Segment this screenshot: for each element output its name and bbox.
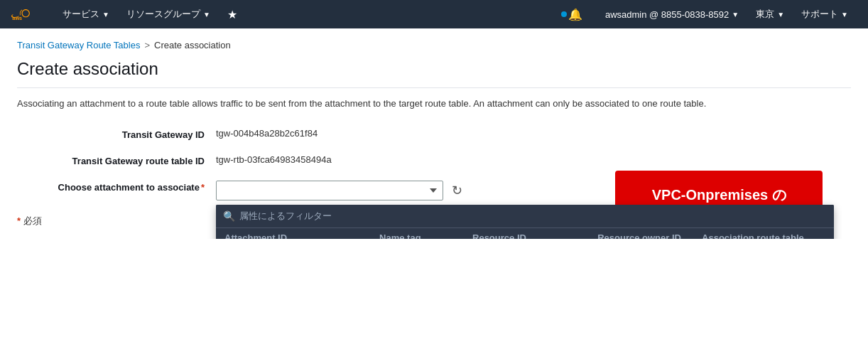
form-section: Transit Gateway ID tgw-004b48a28b2c61f84…: [17, 128, 851, 228]
col-name-tag: Name tag: [371, 228, 464, 239]
account-caret-icon: ▼: [732, 11, 739, 18]
region-caret-icon: ▼: [777, 11, 784, 18]
dropdown-panel: 🔍 Attachment ID Name tag Resource ID Res…: [216, 205, 834, 239]
breadcrumb-separator: >: [144, 40, 150, 50]
dropdown-search-bar: 🔍: [216, 205, 834, 228]
table-header-row: Attachment ID Name tag Resource ID Resou…: [216, 228, 834, 239]
page-description: Associating an attachment to a route tab…: [17, 97, 851, 111]
col-assoc-table: Association route table: [693, 228, 834, 239]
gateway-id-value: tgw-004b48a28b2c61f84: [216, 128, 318, 139]
route-table-id-row: Transit Gateway route table ID tgw-rtb-0…: [17, 154, 851, 166]
route-table-id-value: tgw-rtb-03fca64983458494a: [216, 154, 332, 165]
attachment-dropdown-row: ↻: [216, 181, 465, 200]
support-menu[interactable]: サポート ▼: [793, 0, 857, 28]
col-attachment-id: Attachment ID: [216, 228, 371, 239]
col-resource-id: Resource ID: [464, 228, 589, 239]
attachment-label: Choose attachment to associate: [17, 181, 216, 193]
resource-groups-menu[interactable]: リソースグループ ▼: [118, 0, 219, 28]
support-caret-icon: ▼: [841, 11, 848, 18]
aws-logo[interactable]: aws: [11, 6, 40, 23]
svg-text:aws: aws: [12, 15, 22, 21]
route-table-id-label: Transit Gateway route table ID: [17, 154, 216, 166]
refresh-button[interactable]: ↻: [449, 181, 465, 200]
resource-groups-caret-icon: ▼: [203, 11, 210, 18]
breadcrumb: Transit Gateway Route Tables > Create as…: [17, 40, 851, 50]
top-navigation: aws サービス ▼ リソースグループ ▼ ★ 🔔 awsadmin @ 885…: [0, 0, 868, 28]
callout-line1: VPC-Onpremises の: [635, 185, 803, 205]
bell-icon: 🔔: [568, 8, 582, 21]
page-title: Create association: [17, 59, 851, 88]
col-owner-id: Resource owner ID: [589, 228, 693, 239]
search-icon: 🔍: [223, 210, 235, 222]
gateway-id-row: Transit Gateway ID tgw-004b48a28b2c61f84: [17, 128, 851, 140]
dropdown-table: Attachment ID Name tag Resource ID Resou…: [216, 228, 834, 239]
dropdown-search-input[interactable]: [239, 210, 827, 221]
region-menu[interactable]: 東京 ▼: [747, 0, 793, 28]
services-menu[interactable]: サービス ▼: [54, 0, 118, 28]
notifications-bell[interactable]: 🔔: [553, 0, 591, 28]
attachment-select[interactable]: [216, 181, 443, 200]
main-content: Transit Gateway Route Tables > Create as…: [0, 28, 868, 239]
account-menu[interactable]: awsadmin @ 8855-0838-8592 ▼: [597, 0, 747, 28]
breadcrumb-link[interactable]: Transit Gateway Route Tables: [17, 40, 140, 50]
breadcrumb-current: Create association: [154, 40, 231, 50]
favorites-icon[interactable]: ★: [219, 0, 246, 28]
gateway-id-label: Transit Gateway ID: [17, 128, 216, 140]
services-caret-icon: ▼: [102, 11, 109, 18]
notification-dot: [561, 11, 567, 17]
